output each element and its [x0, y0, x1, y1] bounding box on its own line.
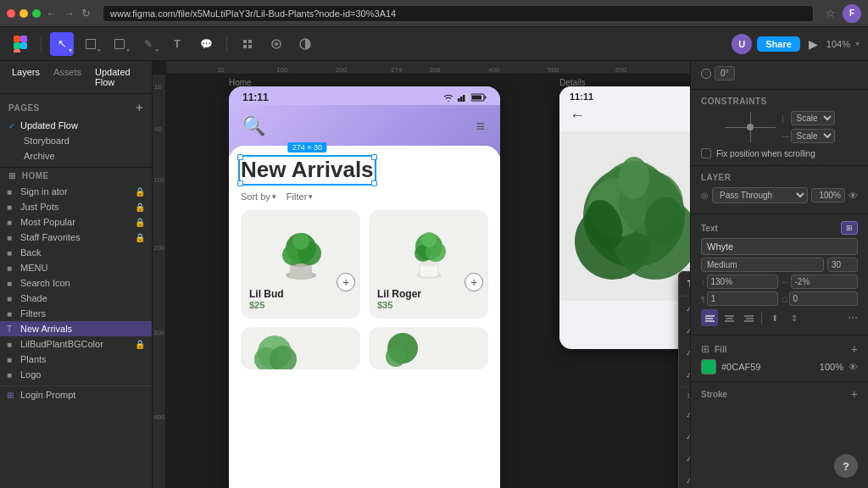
pen-tool[interactable]: ✎ ▾	[136, 32, 160, 56]
home-mobile-frame: 11:11	[229, 86, 500, 488]
page-archive[interactable]: Archive	[0, 148, 152, 164]
more-text-options[interactable]: ⋯	[848, 312, 858, 324]
baseline-field[interactable]: 0	[789, 291, 859, 306]
eye-icon[interactable]: 👁	[849, 191, 858, 201]
url-bar[interactable]: www.figma.com/file/x5MuLtiPlaY3r/Lil-Bud…	[103, 5, 814, 22]
detail-mobile-frame: 11:11 ←	[559, 86, 690, 349]
fill-eye-icon[interactable]: 👁	[849, 362, 858, 372]
font-weight-field[interactable]: Medium	[701, 258, 824, 272]
style-item-mobile-header[interactable]: Ag Mobile - Header	[679, 297, 690, 319]
style-item-body[interactable]: Ag Mobile - Body	[679, 341, 690, 363]
layer-blend-icon: ◎	[701, 191, 709, 200]
baseline-icon: ◻	[782, 295, 787, 303]
layer-bg-color[interactable]: ■ LilBudPlantBGColor 🔒	[0, 336, 152, 352]
layer-logo[interactable]: ■ Logo	[0, 367, 152, 382]
style-item-ui11-bold[interactable]: Ag Pos – UI 11 Bold	[679, 446, 690, 469]
layers-tab[interactable]: Layers	[7, 64, 45, 90]
rotation-row: ○ 0°	[701, 66, 858, 80]
layer-section: Layer ◎ Pass Through 👁	[691, 166, 868, 214]
valign-top-button[interactable]: ⬆	[766, 309, 783, 326]
layer-menu[interactable]: ■ MENU	[0, 260, 152, 275]
fill-hex-value[interactable]: #0CAF59	[721, 362, 815, 372]
layer-back[interactable]: ■ Back	[0, 245, 152, 260]
layer-new-arrivals[interactable]: T New Arrivals	[0, 321, 152, 336]
style-item-body-links[interactable]: Ag Mobile - Body Links	[679, 363, 690, 385]
comment-tool[interactable]: 💬	[194, 32, 218, 56]
rotation-value[interactable]: 0°	[715, 66, 735, 80]
fill-header: ⊞ Fill +	[701, 342, 858, 356]
menu-icon-mobile[interactable]: ≡	[476, 118, 487, 136]
help-button[interactable]: ?	[834, 454, 858, 478]
paragraph-spacing-field[interactable]: 1	[707, 291, 778, 306]
layer-plants[interactable]: ■ Plants	[0, 352, 152, 367]
svg-rect-5	[243, 40, 247, 43]
assets-tab[interactable]: Assets	[48, 64, 86, 90]
filter-button[interactable]: Filter ▾	[287, 191, 313, 202]
mode-icon[interactable]	[293, 32, 317, 56]
layer-shade[interactable]: ■ Shade	[0, 291, 152, 306]
stroke-label: Stroke	[701, 390, 727, 399]
back-arrow-icon[interactable]: ←	[570, 107, 585, 124]
sort-filter-row: Sort by ▾ Filter ▾	[241, 191, 488, 202]
constraint-h-select[interactable]: Scale	[791, 129, 835, 143]
fill-opacity-value[interactable]: 100%	[820, 362, 843, 372]
add-fill-button[interactable]: +	[851, 342, 858, 356]
play-button[interactable]: ▶	[809, 37, 818, 51]
products-card: New Arrivals 274 × 30 Sort by ▾	[229, 146, 500, 488]
add-stroke-button[interactable]: +	[851, 387, 858, 401]
fill-color-swatch[interactable]	[701, 359, 716, 374]
layer-most-popular[interactable]: ■ Most Popular 🔒	[0, 214, 152, 230]
text-tool[interactable]: T	[165, 32, 189, 56]
align-center-button[interactable]	[721, 309, 737, 326]
align-right-button[interactable]	[740, 309, 757, 326]
star-icon[interactable]: ☆	[826, 7, 836, 19]
layer-filters[interactable]: ■ Filters	[0, 306, 152, 321]
share-button[interactable]: Share	[757, 36, 800, 52]
constraint-v-select[interactable]: Scale	[791, 111, 835, 125]
line-height-field[interactable]: 130%	[707, 274, 778, 289]
layers-panel: ⊞ Home ■ Sign in ator 🔒 ■ Just Pots 🔒 ■ …	[0, 168, 152, 488]
svg-point-46	[619, 157, 649, 199]
sort-by-button[interactable]: Sort by ▾	[241, 191, 276, 202]
plugins-icon[interactable]	[264, 32, 288, 56]
add-to-cart-lil-bud[interactable]: +	[337, 273, 355, 291]
layer-just-pots[interactable]: ■ Just Pots 🔒	[0, 199, 152, 214]
font-size-field[interactable]: 30	[827, 258, 858, 272]
search-icon-mobile[interactable]: 🔍	[242, 115, 265, 137]
pages-section: Pages + ✓ Updated Flow Storyboard Archiv…	[0, 94, 152, 168]
components-icon[interactable]	[236, 32, 259, 56]
letter-spacing-field[interactable]: -2%	[791, 274, 859, 289]
opacity-input[interactable]	[811, 188, 845, 202]
fill-expand-icon[interactable]: ⊞	[701, 343, 709, 355]
select-tool[interactable]: ↖ ▾	[50, 32, 74, 56]
font-name-field[interactable]: Whyte	[701, 238, 858, 255]
layer-login-prompt[interactable]: ⊞ Login Prompt	[0, 385, 152, 402]
layer-sign-in[interactable]: ■ Sign in ator 🔒	[0, 184, 152, 199]
text-style-toggle[interactable]: ⊞	[841, 221, 858, 235]
align-left-button[interactable]	[701, 309, 718, 326]
user-avatar: F	[843, 4, 861, 23]
add-to-cart-lil-roger[interactable]: +	[465, 273, 483, 291]
page-storyboard[interactable]: Storyboard	[0, 133, 152, 148]
zoom-chevron[interactable]: ▾	[855, 39, 860, 48]
valign-middle-button[interactable]: ⇕	[786, 309, 803, 326]
status-time: 11:11	[242, 92, 269, 103]
style-item-small-text[interactable]: Ag Mobile - Small Text	[679, 319, 690, 341]
style-item-ui12[interactable]: Ag Pos – UI 12	[679, 469, 690, 488]
figma-logo[interactable]	[8, 32, 32, 56]
add-page-button[interactable]: +	[136, 101, 143, 114]
line-height-icon: ↕	[701, 278, 705, 286]
blend-mode-select[interactable]: Pass Through	[712, 187, 808, 203]
svg-rect-13	[460, 97, 463, 102]
browser-controls	[7, 9, 41, 18]
layer-staff-favorites[interactable]: ■ Staff Favorites 🔒	[0, 230, 152, 245]
layer-search-icon[interactable]: ■ Search Icon	[0, 275, 152, 291]
style-item-ui11[interactable]: Ag Pos – UI 11	[679, 402, 690, 424]
style-item-ui11-medium[interactable]: Ag Pos – UI 11 Medium	[679, 424, 690, 446]
fix-position-checkbox[interactable]	[701, 148, 711, 158]
frame-tool[interactable]: ▾	[79, 32, 103, 56]
shape-tool[interactable]: ▾	[108, 32, 131, 56]
page-updated-flow[interactable]: ✓ Updated Flow	[0, 118, 152, 133]
updated-flow-tab[interactable]: Updated Flow	[90, 64, 145, 90]
svg-point-37	[386, 347, 406, 367]
